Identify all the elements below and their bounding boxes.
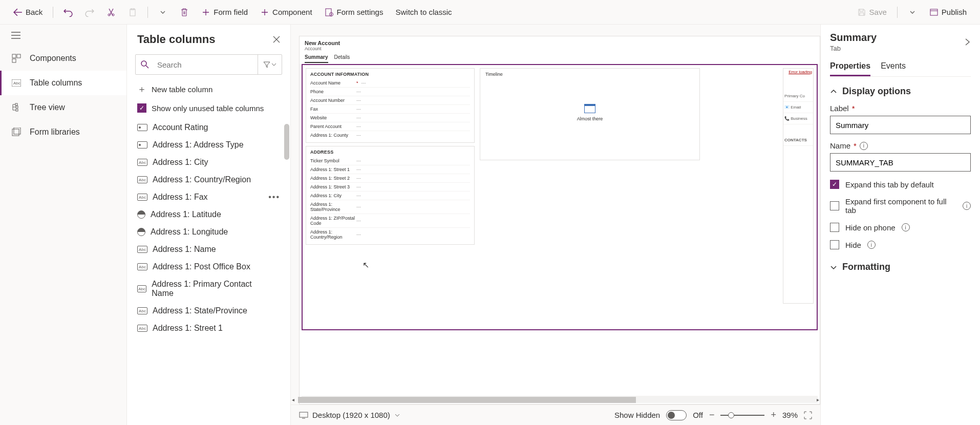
viewport-selector[interactable]: Desktop (1920 x 1080) [299, 411, 400, 419]
switch-classic-button[interactable]: Switch to classic [390, 5, 457, 19]
zoom-slider[interactable] [720, 415, 764, 416]
label-input[interactable] [830, 116, 971, 134]
more-icon[interactable]: ••• [268, 193, 280, 202]
column-item[interactable]: AbcAddress 1: Primary Contact Name••• [127, 275, 290, 302]
nav-table-columns[interactable]: Abc Table columns [0, 71, 126, 95]
form-field-row[interactable]: Ticker Symbol--- [310, 157, 470, 165]
form-field-row[interactable]: Address 1: Street 2--- [310, 174, 470, 183]
paste-button[interactable] [123, 5, 142, 20]
expand-default-checkbox[interactable]: ✓ Expand this tab by default [830, 180, 971, 189]
form-field-row[interactable]: Address 1: ZIP/Postal Code--- [310, 214, 470, 228]
info-icon[interactable]: i [860, 142, 868, 150]
chevron-down-icon [908, 8, 917, 17]
undo-button[interactable] [58, 5, 78, 20]
form-settings-label: Form settings [337, 8, 384, 16]
redo-button[interactable] [80, 5, 99, 20]
form-field-row[interactable]: Address 1: County--- [310, 131, 470, 139]
hide-phone-checkbox[interactable]: Hide on phone i [830, 223, 971, 232]
save-chevron[interactable] [903, 5, 922, 20]
search-input[interactable] [154, 60, 258, 69]
chevron-right-icon [964, 38, 971, 46]
add-component-button[interactable]: Component [255, 5, 317, 20]
scroll-thumb[interactable] [298, 397, 636, 403]
form-surface[interactable]: New Account Account Summary Details ACCO… [299, 36, 820, 405]
filter-button[interactable] [258, 55, 282, 74]
form-field-row[interactable]: Address 1: Street 3--- [310, 183, 470, 192]
section-address[interactable]: ADDRESS Ticker Symbol---Address 1: Stree… [306, 146, 475, 245]
table-columns-pane: Table columns ＋ New table column ✓ Show … [127, 25, 291, 425]
filter-icon [263, 61, 270, 68]
error-loading-link[interactable]: Error loading [783, 69, 813, 75]
nav-tree-view[interactable]: Tree view [0, 95, 126, 120]
nav-form-libraries[interactable]: Form libraries [0, 120, 126, 144]
column-item[interactable]: AbcAddress 1: Post Office Box••• [127, 258, 290, 275]
section-display-options[interactable]: Display options [830, 86, 971, 97]
form-field-row[interactable]: Phone--- [310, 88, 470, 96]
info-icon[interactable]: i [867, 241, 876, 249]
section-formatting[interactable]: Formatting [830, 262, 971, 272]
form-field-row[interactable]: Website--- [310, 114, 470, 122]
hamburger-button[interactable] [0, 25, 126, 46]
form-field-row[interactable]: Account Name*--- [310, 79, 470, 88]
form-tab-details[interactable]: Details [334, 54, 350, 63]
canvas-horizontal-scrollbar[interactable]: ◂ ▸ [291, 395, 820, 405]
add-form-field-button[interactable]: Form field [196, 5, 253, 20]
fit-button[interactable] [804, 411, 812, 419]
form-field-row[interactable]: Address 1: City--- [310, 192, 470, 200]
form-tab-body[interactable]: ACCOUNT INFORMATION Account Name*---Phon… [302, 64, 818, 330]
save-button[interactable]: Save [852, 5, 892, 20]
publish-button[interactable]: Publish [924, 5, 972, 20]
scroll-left-arrow-icon[interactable]: ◂ [292, 397, 294, 402]
column-item[interactable]: Address 1: Latitude••• [127, 206, 290, 223]
column-item[interactable]: AbcAddress 1: Name••• [127, 241, 290, 258]
expand-first-checkbox[interactable]: Expand first component to full tab i [830, 197, 971, 215]
column-item[interactable]: AbcAddress 1: City••• [127, 154, 290, 171]
scrollbar-thumb[interactable] [284, 124, 289, 160]
form-field-row[interactable]: Fax--- [310, 105, 470, 114]
collapse-pane-button[interactable] [964, 38, 971, 46]
expand-first-label: Expand first component to full tab [845, 197, 956, 215]
column-item[interactable]: AbcAddress 1: Street 1••• [127, 320, 290, 337]
show-hidden-toggle[interactable] [666, 410, 687, 420]
column-item[interactable]: Address 1: Longitude••• [127, 223, 290, 241]
column-item[interactable]: Account Rating••• [127, 119, 290, 136]
form-field-row[interactable]: Account Number--- [310, 96, 470, 105]
close-pane-button[interactable] [273, 36, 280, 43]
column-label: Address 1: Street 1 [153, 324, 223, 333]
form-field-row[interactable]: Address 1: State/Province--- [310, 200, 470, 214]
info-icon[interactable]: i [902, 223, 910, 231]
show-unused-checkbox[interactable]: ✓ Show only unused table columns [127, 100, 290, 119]
form-tab-summary[interactable]: Summary [305, 54, 328, 63]
new-table-column-button[interactable]: ＋ New table column [127, 78, 290, 100]
text-icon: Abc [137, 194, 147, 201]
chevron-down-icon [271, 62, 276, 67]
column-item[interactable]: Address 1: Address Type••• [127, 136, 290, 154]
name-input[interactable] [830, 153, 971, 172]
form-field-row[interactable]: Address 1: Street 1--- [310, 165, 470, 174]
column-list[interactable]: Account Rating•••Address 1: Address Type… [127, 119, 290, 425]
zoom-out-button[interactable]: − [709, 410, 715, 420]
back-button[interactable]: Back [8, 5, 48, 20]
form-aside[interactable]: Error loading Primary Co 📧 Email 📞 Busin… [783, 68, 814, 304]
search-box[interactable] [135, 54, 282, 75]
form-settings-button[interactable]: Form settings [319, 5, 389, 20]
zoom-in-button[interactable]: + [771, 410, 776, 420]
paste-chevron[interactable] [153, 5, 173, 20]
section-account-info[interactable]: ACCOUNT INFORMATION Account Name*---Phon… [306, 68, 475, 143]
hide-checkbox[interactable]: Hide i [830, 240, 971, 249]
form-field-row[interactable]: Address 1: Country/Region--- [310, 228, 470, 241]
text-icon: Abc [137, 176, 147, 183]
column-item[interactable]: AbcAddress 1: Fax••• [127, 188, 290, 206]
nav-components[interactable]: Components [0, 46, 126, 71]
column-item[interactable]: AbcAddress 1: Country/Region••• [127, 171, 290, 188]
info-icon[interactable]: i [963, 202, 971, 210]
scroll-right-arrow-icon[interactable]: ▸ [817, 397, 819, 402]
prop-tab-events[interactable]: Events [881, 61, 906, 76]
delete-button[interactable] [175, 5, 194, 20]
cut-button[interactable] [101, 5, 121, 20]
prop-tab-properties[interactable]: Properties [830, 61, 870, 76]
column-item[interactable]: AbcAddress 1: State/Province••• [127, 302, 290, 320]
form-entity: Account [305, 46, 815, 51]
form-field-row[interactable]: Parent Account--- [310, 122, 470, 131]
timeline-section[interactable]: Timeline Almost there [480, 68, 700, 160]
